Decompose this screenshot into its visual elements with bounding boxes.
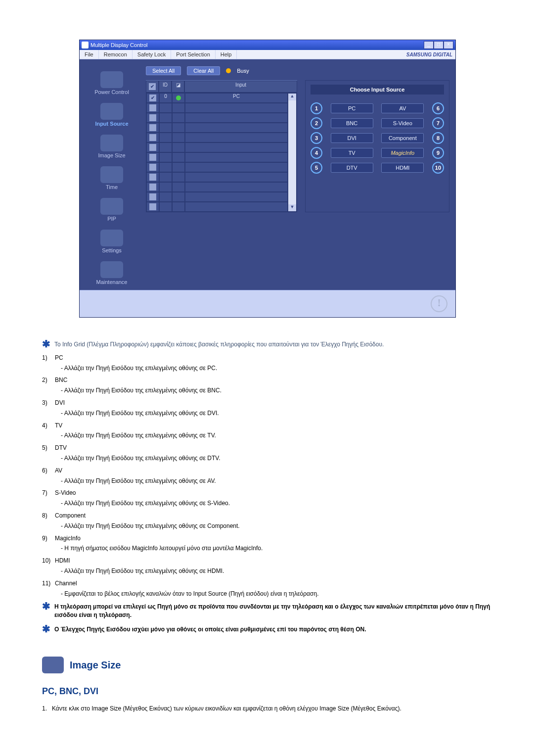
- sidebar-label: Time: [80, 184, 144, 190]
- image-size-section-icon: [42, 657, 64, 673]
- source-button-dtv[interactable]: DTV: [331, 163, 373, 173]
- source-number-badge: 4: [311, 147, 322, 159]
- row-status: [172, 133, 185, 142]
- source-button-s-video[interactable]: S-Video: [381, 118, 424, 128]
- source-button-tv[interactable]: TV: [331, 148, 373, 158]
- table-row[interactable]: [146, 142, 288, 152]
- row-status: [172, 123, 185, 133]
- scroll-down-icon[interactable]: ▼: [288, 204, 296, 211]
- list-title: Component: [55, 512, 86, 520]
- sidebar-item-pip[interactable]: PIP: [80, 195, 144, 227]
- row-checkbox[interactable]: [149, 114, 156, 121]
- image-size-icon: [100, 135, 123, 151]
- info-grid: ID ◪ Input 0 PC: [146, 80, 297, 212]
- section-subtitle: PC, BNC, DVI: [42, 685, 492, 698]
- sidebar-item-time[interactable]: Time: [80, 163, 144, 195]
- list-desc: - Αλλάζει την Πηγή Εισόδου της επιλεγμέν…: [42, 364, 492, 375]
- minimize-button[interactable]: _: [424, 41, 434, 49]
- row-id: [159, 133, 172, 142]
- row-checkbox[interactable]: [149, 134, 156, 141]
- source-button-av[interactable]: AV: [381, 103, 424, 113]
- table-row[interactable]: [146, 172, 288, 182]
- row-status: [172, 172, 185, 182]
- source-button-dvi[interactable]: DVI: [331, 133, 373, 143]
- row-input: [185, 123, 288, 133]
- row-input: PC: [185, 93, 288, 103]
- source-button-magicinfo[interactable]: MagicInfo: [381, 148, 424, 158]
- row-checkbox[interactable]: [149, 104, 156, 111]
- scroll-up-icon[interactable]: ▲: [288, 94, 296, 100]
- source-button-component[interactable]: Component: [381, 133, 424, 143]
- row-checkbox[interactable]: [149, 203, 156, 210]
- list-title: AV: [55, 467, 62, 475]
- list-title: HDMI: [55, 557, 70, 565]
- menu-file[interactable]: File: [80, 50, 99, 59]
- busy-label: Busy: [237, 68, 249, 74]
- table-row[interactable]: [146, 152, 288, 162]
- ol-number: 1.: [42, 705, 52, 713]
- sidebar-item-settings[interactable]: Settings: [80, 227, 144, 258]
- row-checkbox[interactable]: [149, 94, 156, 101]
- table-row[interactable]: 0 PC: [146, 93, 288, 103]
- grid-header-status: ◪: [172, 81, 184, 93]
- sidebar-label: Maintenance: [80, 279, 144, 285]
- menu-safety-lock[interactable]: Safety Lock: [133, 50, 171, 59]
- list-number: 3): [42, 399, 55, 407]
- row-id: [159, 123, 172, 133]
- source-number-badge: 6: [432, 102, 444, 114]
- source-number-badge: 2: [311, 117, 322, 129]
- row-checkbox[interactable]: [149, 184, 156, 190]
- input-source-icon: [100, 103, 123, 120]
- row-checkbox[interactable]: [149, 164, 156, 171]
- grid-header-checkbox[interactable]: [146, 81, 159, 93]
- table-row[interactable]: [146, 123, 288, 133]
- source-button-pc[interactable]: PC: [331, 103, 373, 113]
- star-icon: ✱: [42, 603, 50, 619]
- sidebar-item-power-control[interactable]: Power Control: [80, 68, 144, 100]
- menu-help[interactable]: Help: [216, 50, 237, 59]
- window-title: Multiple Display Control: [90, 42, 148, 48]
- menu-port-selection[interactable]: Port Selection: [171, 50, 215, 59]
- row-checkbox[interactable]: [149, 174, 156, 181]
- table-row[interactable]: [146, 202, 288, 212]
- table-row[interactable]: [146, 103, 288, 113]
- list-desc: - Η πηγή σήματος εισόδου MagicInfo λειτο…: [42, 544, 492, 555]
- select-all-button[interactable]: Select All: [146, 66, 181, 75]
- menu-remocon[interactable]: Remocon: [99, 50, 133, 59]
- list-number: 9): [42, 534, 55, 543]
- table-row[interactable]: [146, 192, 288, 202]
- maintenance-icon: [100, 261, 123, 278]
- row-checkbox[interactable]: [149, 193, 156, 200]
- row-status: [172, 182, 185, 192]
- table-row[interactable]: [146, 113, 288, 123]
- row-checkbox[interactable]: [149, 154, 156, 161]
- status-bar: !: [80, 290, 455, 317]
- grid-scrollbar[interactable]: ▲ ▼: [288, 93, 297, 212]
- clear-all-button[interactable]: Clear All: [187, 66, 220, 75]
- list-desc: - Αλλάζει την Πηγή Εισόδου της επιλεγμέν…: [42, 454, 492, 465]
- sidebar: Power Control Input Source Image Size Ti…: [80, 59, 144, 290]
- source-button-bnc[interactable]: BNC: [331, 118, 373, 128]
- app-icon: [82, 42, 89, 48]
- sidebar-item-image-size[interactable]: Image Size: [80, 132, 144, 163]
- source-number-badge: 8: [432, 132, 444, 144]
- status-header-icon: ◪: [176, 82, 180, 88]
- row-checkbox[interactable]: [149, 124, 156, 131]
- sidebar-item-maintenance[interactable]: Maintenance: [80, 258, 144, 290]
- sidebar-label: Image Size: [80, 152, 144, 158]
- row-checkbox[interactable]: [149, 144, 156, 151]
- note-tv: Η τηλεόραση μπορεί να επιλεγεί ως Πηγή μ…: [54, 603, 492, 619]
- row-input: [185, 172, 288, 182]
- close-button[interactable]: ×: [444, 41, 453, 49]
- table-row[interactable]: [146, 162, 288, 172]
- maximize-button[interactable]: □: [434, 41, 444, 49]
- source-button-hdmi[interactable]: HDMI: [381, 163, 424, 173]
- table-row[interactable]: [146, 133, 288, 142]
- table-row[interactable]: [146, 182, 288, 192]
- sidebar-item-input-source[interactable]: Input Source: [80, 100, 144, 132]
- list-title: MagicInfo: [55, 534, 81, 543]
- row-id: [159, 152, 172, 162]
- status-dot-icon: [176, 95, 181, 100]
- ol-text: Κάντε κλικ στο Image Size (Μέγεθος Εικόν…: [52, 705, 401, 713]
- row-input: [185, 152, 288, 162]
